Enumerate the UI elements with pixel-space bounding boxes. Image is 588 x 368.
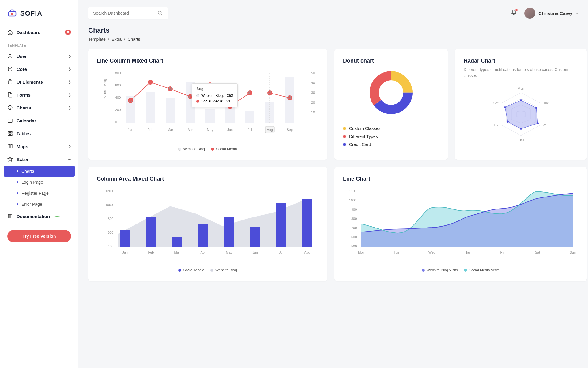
chart-column-area[interactable]: 12001000800600400 JanFebMarAprMayJunJulA… [97,185,318,266]
svg-text:Fri: Fri [494,123,498,127]
grid-icon [7,131,13,136]
tt-label: Website Blog: [201,94,224,98]
legend: Custom Classes Different Types Credit Ca… [343,126,439,147]
dot-icon [196,94,199,97]
svg-text:1100: 1100 [349,189,356,193]
svg-text:Apr: Apr [187,128,193,132]
nav-forms[interactable]: Forms❯ [0,88,78,101]
nav-dashboard[interactable]: Dashboard 9 [0,26,78,39]
svg-text:Sat: Sat [535,251,540,254]
chart-line[interactable]: 11001000900800700600500 MonTueWedThuFriS… [343,185,578,266]
page-title: Charts [88,26,578,34]
svg-text:Wed: Wed [543,123,549,127]
svg-text:26: 26 [288,96,292,99]
card-title: Column Area Mixed Chart [97,176,318,182]
svg-rect-24 [146,92,155,123]
svg-rect-86 [120,230,130,247]
sub-error[interactable]: Error Page [4,199,75,210]
chart-radar[interactable]: MonTueWedThuFriSat [464,83,578,145]
dot-icon [422,269,425,272]
svg-text:500: 500 [351,244,357,248]
nav-maps[interactable]: Maps❯ [0,140,78,153]
svg-rect-92 [276,203,286,247]
svg-text:800: 800 [115,71,121,75]
svg-text:Jan: Jan [122,251,128,254]
card-radar: Radar Chart Different types of notificat… [455,49,587,160]
user-menu[interactable]: Christina Carey ⌄ [524,8,578,19]
nav-label: UI Elements [17,79,43,85]
svg-text:Mon: Mon [358,251,364,254]
dot-icon [343,135,346,138]
legend: Website Blog Social Media [97,147,318,151]
card-subtitle: Different types of notifications for lot… [464,67,578,79]
search-input[interactable] [93,11,154,16]
card-column-area: Column Area Mixed Chart 1200100080060040… [88,167,327,281]
new-tag: new [54,215,60,218]
nav-dashboard-label: Dashboard [17,30,40,35]
nav-core[interactable]: Core❯ [0,63,78,75]
svg-text:Sat: Sat [493,101,499,105]
svg-text:800: 800 [108,217,113,220]
svg-rect-93 [302,199,312,247]
svg-rect-1 [11,13,13,15]
dot-icon [211,148,214,151]
svg-rect-6 [8,131,9,133]
svg-text:800: 800 [351,217,357,220]
chevron-right-icon: ❯ [68,144,71,148]
svg-text:1000: 1000 [349,198,356,202]
svg-text:0: 0 [115,120,117,124]
dashboard-badge: 9 [65,30,71,35]
chevron-right-icon: ❯ [68,93,71,97]
chart-donut[interactable] [343,67,439,119]
svg-text:400: 400 [115,96,121,99]
crumb-extra[interactable]: Extra [111,37,122,42]
nav-docs[interactable]: Documentationnew [0,210,78,223]
try-free-button[interactable]: Try Free Version [7,230,71,242]
bag-icon [7,79,13,85]
svg-text:Thu: Thu [518,138,524,142]
card-title: Radar Chart [464,58,578,64]
chart-tooltip: Aug Website Blog:352 Social Media:31 [192,83,238,107]
nav-tables[interactable]: Tables [0,127,78,140]
file-icon [7,92,13,98]
notification-button[interactable] [511,10,517,17]
nav-extra[interactable]: Extra❯ [0,153,78,166]
svg-text:Mon: Mon [518,86,524,90]
chevron-right-icon: ❯ [68,106,71,110]
svg-point-71 [537,122,539,124]
nav-label: Documentation [17,214,50,219]
sub-login[interactable]: Login Page [4,177,75,188]
nav-user[interactable]: User❯ [0,50,78,63]
tt-label: Social Media: [201,99,223,103]
svg-point-72 [520,128,522,130]
nav-ui[interactable]: UI Elements❯ [0,75,78,88]
chart-line-column[interactable]: 8006004002000 5040302010 Website Blog So… [97,67,318,144]
nav-charts[interactable]: Charts❯ [0,101,78,114]
svg-text:600: 600 [351,235,357,239]
brand-logo[interactable]: SOFIA [0,5,78,26]
tooltip-title: Aug [196,87,233,91]
svg-point-74 [504,106,506,108]
svg-text:200: 200 [115,108,121,112]
sub-charts[interactable]: Charts [4,166,75,177]
svg-text:Jan: Jan [128,128,133,132]
svg-text:Feb: Feb [148,251,154,254]
sub-register[interactable]: Register Page [4,188,75,199]
crumb-template[interactable]: Template [88,37,106,42]
svg-rect-90 [224,217,234,247]
svg-text:May: May [207,128,213,132]
legend-label: Custom Classes [349,126,380,131]
nav-label: Extra [17,157,28,162]
search-box[interactable] [88,7,168,19]
svg-text:23: 23 [129,98,132,102]
nav-calendar[interactable]: Calendar [0,114,78,127]
svg-rect-25 [166,98,175,123]
card-donut: Donut chart Custom Classes Different Typ… [334,49,448,160]
dot-icon [178,269,181,272]
dot-icon [343,127,346,130]
search-icon [157,10,163,16]
calendar-icon [7,118,13,123]
dot-icon [210,269,213,272]
svg-text:Mar: Mar [168,128,173,132]
svg-text:Apr: Apr [200,251,205,254]
